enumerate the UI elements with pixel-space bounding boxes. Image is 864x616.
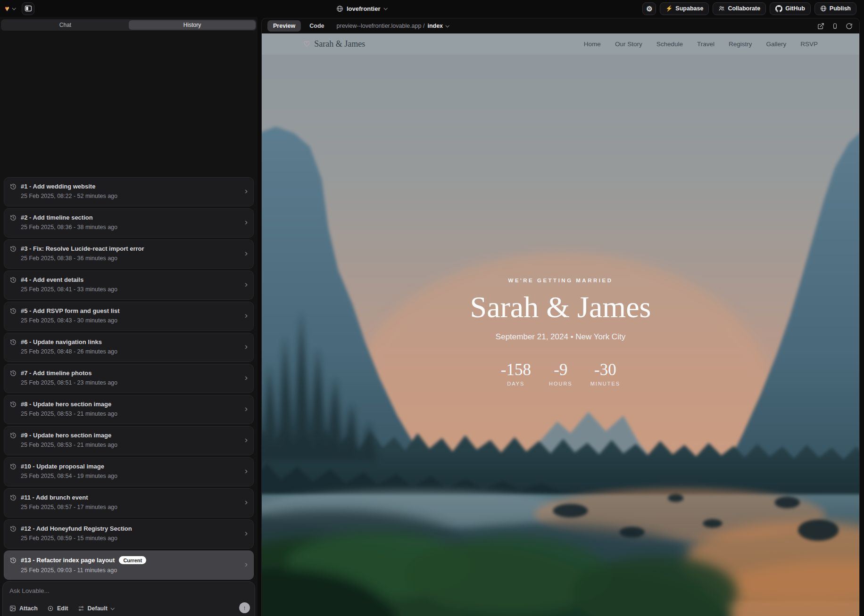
current-version-badge: Current: [119, 556, 146, 564]
sidebar: Chat History #1 - Add wedding website 25…: [0, 17, 258, 616]
site-nav: Home Our Story Schedule Travel Registry …: [584, 41, 818, 48]
history-icon: [10, 494, 17, 501]
hero-section: WE'RE GETTING MARRIED Sarah & James Sept…: [470, 278, 651, 386]
project-switcher[interactable]: lovefrontier: [336, 0, 387, 17]
history-item-title: #5 - Add RSVP form and guest list: [21, 307, 119, 314]
history-item-time: 25 Feb 2025, 08:48 - 26 minutes ago: [21, 348, 247, 355]
history-item[interactable]: #3 - Fix: Resolve Lucide-react import er…: [4, 239, 254, 269]
nav-link-rsvp[interactable]: RSVP: [800, 41, 818, 48]
countdown: -158 DAYS -9 HOURS -30 MINUTES: [470, 361, 651, 386]
history-icon: [10, 370, 17, 377]
tab-history[interactable]: History: [129, 20, 256, 30]
history-icon: [10, 308, 17, 314]
tab-chat[interactable]: Chat: [2, 20, 129, 30]
nav-link-schedule[interactable]: Schedule: [656, 41, 683, 48]
countdown-days-label: DAYS: [501, 381, 531, 386]
history-item-title: #10 - Update proposal image: [21, 463, 104, 470]
history-item[interactable]: #1 - Add wedding website 25 Feb 2025, 08…: [4, 177, 254, 206]
attach-button[interactable]: Attach: [9, 605, 38, 612]
history-item[interactable]: #11 - Add brunch event 25 Feb 2025, 08:5…: [4, 488, 254, 517]
history-item[interactable]: #7 - Add timeline photos 25 Feb 2025, 08…: [4, 364, 254, 393]
collaborate-button[interactable]: Collaborate: [713, 2, 766, 15]
toggle-sidebar-button[interactable]: [22, 2, 34, 15]
preview-panel: Preview Code preview--lovefrontier.lovab…: [261, 18, 860, 616]
logo-chevron-down-icon[interactable]: [12, 6, 16, 10]
history-item[interactable]: #5 - Add RSVP form and guest list 25 Feb…: [4, 302, 254, 331]
select-target-icon: [47, 605, 54, 612]
nav-link-travel[interactable]: Travel: [697, 41, 714, 48]
nav-link-home[interactable]: Home: [584, 41, 601, 48]
nav-link-registry[interactable]: Registry: [729, 41, 752, 48]
image-icon: [9, 605, 16, 612]
tab-preview[interactable]: Preview: [267, 20, 301, 32]
history-item-title: #4 - Add event details: [21, 276, 83, 283]
history-item-time: 25 Feb 2025, 08:43 - 30 minutes ago: [21, 317, 247, 324]
preview-url-domain: preview--lovefrontier.lovable.app /: [337, 23, 425, 29]
chevron-right-icon: ›: [245, 404, 248, 413]
collaborate-label: Collaborate: [728, 5, 760, 12]
history-item-time: 25 Feb 2025, 08:53 - 21 minutes ago: [21, 442, 247, 448]
history-icon: [10, 401, 17, 408]
users-icon: [718, 5, 725, 12]
history-item-title: #12 - Add Honeyfund Registry Section: [21, 525, 132, 532]
supabase-bolt-icon: ⚡: [665, 6, 673, 11]
history-icon: [10, 463, 17, 470]
hero-date-location: September 21, 2024 • New York City: [470, 332, 651, 342]
history-item[interactable]: #12 - Add Honeyfund Registry Section 25 …: [4, 519, 254, 549]
history-item[interactable]: #6 - Update navigation links 25 Feb 2025…: [4, 333, 254, 362]
nav-link-gallery[interactable]: Gallery: [766, 41, 786, 48]
history-icon: [10, 339, 17, 345]
history-item-current[interactable]: #13 - Refactor index page layout Current…: [4, 550, 254, 580]
edit-button[interactable]: Edit: [47, 605, 68, 612]
site-brand[interactable]: ♡ Sarah & James: [303, 39, 365, 49]
mobile-view-icon[interactable]: [832, 23, 838, 30]
chevron-right-icon: ›: [245, 559, 248, 568]
tab-code[interactable]: Code: [309, 23, 324, 29]
chevron-right-icon: ›: [245, 528, 248, 537]
chevron-right-icon: ›: [245, 217, 248, 226]
history-icon: [10, 183, 17, 190]
refresh-icon[interactable]: [846, 23, 853, 30]
history-item-time: 25 Feb 2025, 09:03 - 11 minutes ago: [21, 567, 247, 574]
history-item[interactable]: #8 - Update hero section image 25 Feb 20…: [4, 395, 254, 424]
chevron-right-icon: ›: [245, 466, 248, 475]
sliders-icon: [78, 605, 84, 612]
history-item-title: #7 - Add timeline photos: [21, 370, 91, 377]
history-item-title: #3 - Fix: Resolve Lucide-react import er…: [21, 245, 144, 252]
open-in-new-tab-icon[interactable]: [817, 23, 824, 30]
hero-title: Sarah & James: [470, 290, 651, 325]
preview-url[interactable]: preview--lovefrontier.lovable.app / inde…: [337, 23, 449, 29]
chevron-right-icon: ›: [245, 373, 248, 382]
history-item[interactable]: #4 - Add event details 25 Feb 2025, 08:4…: [4, 271, 254, 300]
gear-icon: ⚙: [646, 5, 652, 12]
history-icon: [10, 277, 17, 283]
history-icon: [10, 214, 17, 221]
history-list: #1 - Add wedding website 25 Feb 2025, 08…: [4, 177, 254, 582]
github-button[interactable]: GitHub: [770, 2, 811, 15]
publish-button[interactable]: Publish: [814, 2, 856, 15]
history-item-time: 25 Feb 2025, 08:53 - 21 minutes ago: [21, 411, 247, 417]
history-item[interactable]: #2 - Add timeline section 25 Feb 2025, 0…: [4, 208, 254, 238]
nav-link-our-story[interactable]: Our Story: [615, 41, 642, 48]
history-icon: [10, 432, 17, 439]
heart-outline-icon: ♡: [303, 41, 310, 48]
settings-button[interactable]: ⚙: [642, 2, 656, 15]
mode-label: Default: [88, 605, 108, 612]
preview-url-page: index: [427, 23, 443, 29]
history-item-time: 25 Feb 2025, 08:36 - 38 minutes ago: [21, 224, 247, 230]
supabase-label: Supabase: [675, 5, 703, 12]
send-button[interactable]: ↑: [239, 602, 250, 613]
attach-label: Attach: [19, 605, 38, 612]
history-item[interactable]: #9 - Update hero section image 25 Feb 20…: [4, 426, 254, 455]
url-chevron-down-icon: [446, 24, 449, 27]
project-name: lovefrontier: [347, 5, 381, 12]
mode-select[interactable]: Default: [78, 605, 114, 612]
lovable-logo-heart-icon[interactable]: ♥: [5, 5, 9, 13]
panel-left-icon: [25, 5, 32, 12]
countdown-minutes-label: MINUTES: [590, 381, 621, 386]
supabase-button[interactable]: ⚡ Supabase: [660, 2, 709, 15]
history-item[interactable]: #10 - Update proposal image 25 Feb 2025,…: [4, 457, 254, 486]
history-item-title: #9 - Update hero section image: [21, 432, 111, 439]
history-icon: [10, 526, 17, 532]
ask-lovable-input[interactable]: [9, 587, 248, 600]
